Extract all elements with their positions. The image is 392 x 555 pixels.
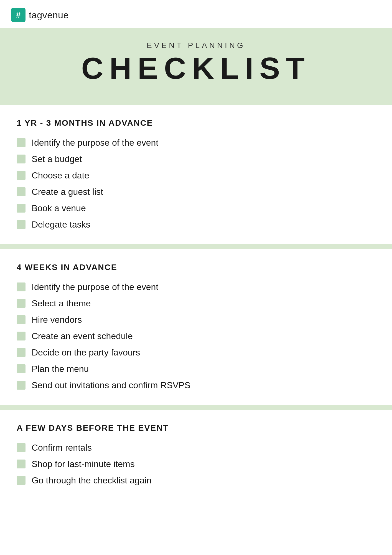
checklist-item-label: Choose a date: [32, 170, 89, 181]
hero-section: EVENT PLANNING CHECKLIST: [0, 28, 392, 100]
tagvenue-logo-icon: #: [11, 8, 26, 22]
list-item[interactable]: Hire vendors: [17, 315, 375, 325]
checklist-item-label: Shop for last-minute items: [32, 459, 135, 469]
checklist-0: Identify the purpose of the eventSet a b…: [17, 138, 375, 230]
list-item[interactable]: Book a venue: [17, 203, 375, 213]
section-separator-0: [0, 100, 392, 105]
checkbox-icon[interactable]: [17, 282, 26, 291]
list-item[interactable]: Send out invitations and confirm RSVPS: [17, 380, 375, 390]
section-header-1: 4 WEEKS IN ADVANCE: [17, 263, 375, 272]
checklist-item-label: Book a venue: [32, 203, 86, 213]
section-separator-2: [0, 405, 392, 410]
checklist-item-label: Decide on the party favours: [32, 347, 140, 358]
section-0: 1 YR - 3 MONTHS IN ADVANCEIdentify the p…: [0, 105, 392, 244]
list-item[interactable]: Identify the purpose of the event: [17, 138, 375, 148]
checklist-item-label: Plan the menu: [32, 364, 89, 374]
checkbox-icon[interactable]: [17, 348, 26, 357]
svg-text:#: #: [16, 10, 21, 19]
checkbox-icon[interactable]: [17, 364, 26, 373]
list-item[interactable]: Set a budget: [17, 154, 375, 164]
checklist-1: Identify the purpose of the eventSelect …: [17, 282, 375, 390]
hero-subtitle: EVENT PLANNING: [17, 41, 375, 50]
checklist-item-label: Delegate tasks: [32, 220, 90, 230]
section-header-2: A FEW DAYS BEFORE THE EVENT: [17, 423, 375, 433]
checkbox-icon[interactable]: [17, 315, 26, 324]
checkbox-icon[interactable]: [17, 138, 26, 147]
section-separator-1: [0, 244, 392, 249]
list-item[interactable]: Choose a date: [17, 170, 375, 181]
sections-container: 1 YR - 3 MONTHS IN ADVANCEIdentify the p…: [0, 100, 392, 500]
checklist-item-label: Go through the checklist again: [32, 475, 151, 486]
list-item[interactable]: Shop for last-minute items: [17, 459, 375, 469]
checklist-item-label: Confirm rentals: [32, 443, 92, 453]
section-1: 4 WEEKS IN ADVANCEIdentify the purpose o…: [0, 249, 392, 405]
checklist-item-label: Identify the purpose of the event: [32, 282, 158, 292]
section-2: A FEW DAYS BEFORE THE EVENTConfirm renta…: [0, 410, 392, 500]
logo-text: tagvenue: [29, 10, 69, 21]
checklist-item-label: Hire vendors: [32, 315, 82, 325]
checkbox-icon[interactable]: [17, 171, 26, 180]
checkbox-icon[interactable]: [17, 155, 26, 163]
checkbox-icon[interactable]: [17, 443, 26, 452]
list-item[interactable]: Identify the purpose of the event: [17, 282, 375, 292]
checklist-item-label: Create an event schedule: [32, 331, 133, 341]
list-item[interactable]: Delegate tasks: [17, 220, 375, 230]
checklist-item-label: Select a theme: [32, 298, 91, 309]
hero-title: CHECKLIST: [17, 52, 375, 84]
list-item[interactable]: Confirm rentals: [17, 443, 375, 453]
checklist-item-label: Set a budget: [32, 154, 82, 164]
list-item[interactable]: Create a guest list: [17, 187, 375, 197]
section-header-0: 1 YR - 3 MONTHS IN ADVANCE: [17, 118, 375, 128]
checkbox-icon[interactable]: [17, 381, 26, 390]
checklist-item-label: Identify the purpose of the event: [32, 138, 158, 148]
checkbox-icon[interactable]: [17, 476, 26, 485]
logo-area: # tagvenue: [0, 0, 392, 28]
checkbox-icon[interactable]: [17, 187, 26, 196]
checkbox-icon[interactable]: [17, 204, 26, 213]
list-item[interactable]: Select a theme: [17, 298, 375, 309]
list-item[interactable]: Go through the checklist again: [17, 475, 375, 486]
checkbox-icon[interactable]: [17, 460, 26, 468]
checklist-item-label: Send out invitations and confirm RSVPS: [32, 380, 190, 390]
checklist-2: Confirm rentalsShop for last-minute item…: [17, 443, 375, 486]
list-item[interactable]: Plan the menu: [17, 364, 375, 374]
checkbox-icon[interactable]: [17, 299, 26, 308]
checklist-item-label: Create a guest list: [32, 187, 103, 197]
checkbox-icon[interactable]: [17, 332, 26, 340]
checkbox-icon[interactable]: [17, 220, 26, 229]
list-item[interactable]: Decide on the party favours: [17, 347, 375, 358]
list-item[interactable]: Create an event schedule: [17, 331, 375, 341]
